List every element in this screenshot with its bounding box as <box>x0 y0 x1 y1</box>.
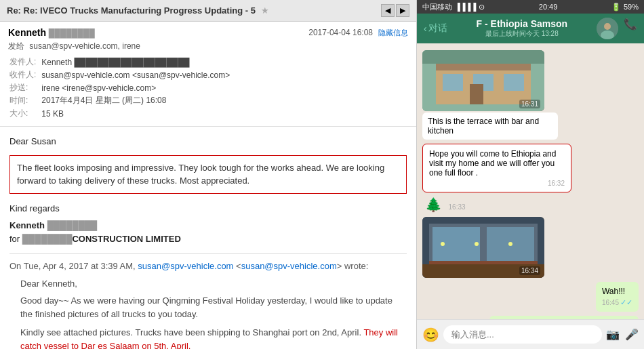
chat-last-seen: 最后上线时间今天 13:28 <box>447 29 597 39</box>
email-date: 2017-04-04 16:08 <box>308 28 373 37</box>
msg-time-overlay: 16:31 <box>519 100 540 108</box>
kind-regards: Kind regards <box>9 202 407 215</box>
sender-line: Kenneth ████████ 2017-04-04 16:08 隐藏信息 <box>8 27 408 38</box>
signature-company: for ████████CONSTRUCTION LIMITED <box>9 232 407 246</box>
status-left: 中国移动 ▐▐▐▐ ⊙ <box>422 2 485 12</box>
meta-table: 发件人: Kenneth ████████████████████ 收件人: s… <box>8 55 231 121</box>
chat-input-bar: 😊 📷 🎤 <box>417 319 644 349</box>
email-body: Dear Susan The fleet looks imposing and … <box>0 127 416 349</box>
status-right: 🔋 59% <box>611 3 639 12</box>
avatar <box>597 18 618 39</box>
chat-contact-info: F - Ethiopia Samson 最后上线时间今天 13:28 <box>447 18 597 39</box>
nav-back-button[interactable]: ◀ <box>381 4 395 17</box>
quoted-body: Dear Kenneth, Good day~~ As we were havi… <box>20 277 407 350</box>
chat-panel: 中国移动 ▐▐▐▐ ⊙ 20:49 🔋 59% ‹ 对话 F - Ethiopi… <box>417 0 644 349</box>
emoji-button[interactable]: 😊 <box>422 327 439 343</box>
list-item: 16:34 <box>422 217 558 278</box>
quoted-header: On Tue, Apr 4, 2017 at 3:39 AM, susan@sp… <box>9 260 407 273</box>
size-label: 大小: <box>9 108 40 119</box>
email-title-bar: Re: Re: IVECO Trucks Manufacturing Progr… <box>0 0 416 22</box>
time-value: 2017年4月4日 星期二 (周二) 16:08 <box>41 95 230 106</box>
time-label: 时间: <box>9 95 40 106</box>
svg-point-1 <box>604 23 611 30</box>
greeting: Dear Susan <box>9 135 407 148</box>
svg-rect-10 <box>422 50 544 64</box>
cc-label: 抄送: <box>9 82 40 94</box>
back-label: 对话 <box>428 22 447 35</box>
svg-rect-8 <box>504 74 524 91</box>
to-full-label: 收件人: <box>9 69 40 81</box>
chat-image-2: 16:34 <box>422 217 544 278</box>
camera-icon[interactable]: 📷 <box>606 328 620 341</box>
chat-contact-name: F - Ethiopia Samson <box>447 18 597 29</box>
svg-point-17 <box>441 242 445 246</box>
wifi-icon: ⊙ <box>479 3 485 12</box>
chat-image: 16:31 <box>422 50 544 111</box>
from-label: 发件人: <box>9 56 40 68</box>
chat-back-button[interactable]: ‹ 对话 <box>424 22 447 35</box>
phone-icon[interactable]: 📞 <box>624 18 637 39</box>
quoted-p2-prefix: Kindly see attached pictures. Trucks hav… <box>20 327 363 337</box>
chat-input-icons: 📷 🎤 <box>606 328 639 341</box>
from-value: Kenneth ████████████████████ <box>41 56 230 68</box>
quoted-dear: Dear Kenneth, <box>20 277 407 291</box>
hide-info-button[interactable]: 隐藏信息 <box>378 28 408 38</box>
star-icon[interactable]: ★ <box>261 5 269 16</box>
signal-icon: ▐▐▐▐ <box>455 3 476 11</box>
message-input[interactable] <box>443 325 602 344</box>
svg-rect-5 <box>436 64 531 70</box>
message-text: Wah!!! <box>602 287 625 296</box>
size-value: 15 KB <box>41 108 230 119</box>
email-panel: Re: Re: IVECO Trucks Manufacturing Progr… <box>0 0 417 349</box>
quoted-p1: Good day~~ As we were having our Qingmin… <box>20 294 407 321</box>
svg-point-18 <box>475 242 479 246</box>
sender-hash: ████████ <box>49 28 95 38</box>
svg-rect-6 <box>443 74 463 91</box>
cc-value: irene <irene@spv-vehicle.com> <box>41 82 230 94</box>
highlight-text: The fleet looks imposing and impressive.… <box>17 163 384 186</box>
double-tick-icon: ✓✓ <box>620 298 632 307</box>
list-item: Wah!!! 16:45 ✓✓ <box>596 282 639 312</box>
message-caption: This is the terrace with bar and kitchen <box>422 112 558 140</box>
divider <box>9 253 407 254</box>
highlighted-content-block: The fleet looks imposing and impressive.… <box>9 155 407 194</box>
battery-percent: 59% <box>624 3 639 11</box>
attach-icon[interactable]: 🎤 <box>625 328 639 341</box>
list-item: 🌲 16:33 <box>425 197 466 213</box>
status-bar: 中国移动 ▐▐▐▐ ⊙ 20:49 🔋 59% <box>417 0 644 14</box>
msg-time-overlay-2: 16:34 <box>519 266 540 275</box>
svg-rect-13 <box>432 227 480 261</box>
message-text: Hope you will come to Ethiopia and visit… <box>429 149 556 178</box>
to-value: susan@spv-vehicle.com, irene <box>29 41 140 51</box>
chat-messages[interactable]: 16:31 This is the terrace with bar and k… <box>417 43 644 319</box>
svg-point-19 <box>508 242 512 246</box>
to-label: 发给 <box>8 41 24 51</box>
quoted-p2: Kindly see attached pictures. Trucks hav… <box>20 326 407 349</box>
nav-buttons: ◀ ▶ <box>381 4 409 17</box>
email-title: Re: Re: IVECO Trucks Manufacturing Progr… <box>7 5 256 16</box>
msg-time: 16:32 <box>429 180 565 187</box>
email-header: Kenneth ████████ 2017-04-04 16:08 隐藏信息 发… <box>0 22 416 127</box>
msg-time-sent: 16:45 ✓✓ <box>602 298 632 307</box>
list-item: 16:31 This is the terrace with bar and k… <box>422 50 558 140</box>
chat-nav-bar: ‹ 对话 F - Ethiopia Samson 最后上线时间今天 13:28 … <box>417 14 644 43</box>
signature-name: Kenneth ████████ <box>9 219 407 232</box>
carrier-label: 中国移动 <box>422 2 452 12</box>
chevron-left-icon: ‹ <box>424 23 427 34</box>
chat-actions: 📞 <box>597 18 637 39</box>
sender-name: Kenneth <box>8 27 46 38</box>
battery-icon: 🔋 <box>611 3 621 12</box>
status-time: 20:49 <box>539 3 558 11</box>
to-full-value: susan@spv-vehicle.com <susan@spv-vehicle… <box>41 69 230 81</box>
nav-forward-button[interactable]: ▶ <box>396 4 409 17</box>
svg-rect-9 <box>470 84 483 104</box>
list-item: I can not Be happier more. Great appreci… <box>489 316 639 319</box>
list-item: Hope you will come to Ethiopia and visit… <box>422 144 571 192</box>
